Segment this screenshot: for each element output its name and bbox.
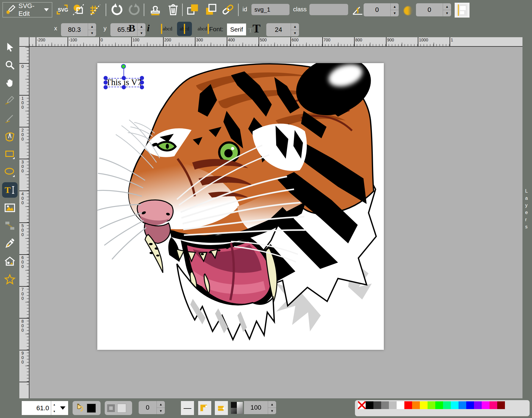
zoom-down-button[interactable]: ▼ (51, 408, 57, 415)
make-link-button[interactable] (221, 2, 235, 17)
selection-handle-se[interactable] (140, 85, 144, 89)
palette-swatch[interactable] (389, 401, 397, 409)
palette-swatch[interactable] (428, 401, 435, 409)
palette-swatch[interactable] (435, 401, 443, 409)
opacity-value[interactable]: 100 (244, 401, 268, 414)
selection-handle-e[interactable] (140, 80, 144, 85)
palette-swatch[interactable] (451, 401, 459, 409)
palette-swatch-none[interactable] (358, 401, 366, 409)
palette-swatch[interactable] (366, 401, 373, 409)
y-up-button[interactable]: ▲ (137, 23, 145, 30)
font-size-up-button[interactable]: ▲ (291, 23, 299, 30)
palette-swatch[interactable] (443, 401, 451, 409)
palette-swatch[interactable] (420, 401, 428, 409)
text-anchor-middle-button[interactable]: abcd (177, 22, 192, 36)
stroke-color-swatch[interactable] (117, 404, 126, 413)
class-input[interactable] (309, 4, 348, 15)
toolbar-separator (182, 4, 183, 16)
zoom-value[interactable]: 61.0 (22, 404, 51, 412)
layers-panel-toggle[interactable]: L a y e r s (522, 37, 532, 398)
zoom-up-button[interactable]: ▲ (51, 401, 57, 408)
fill-color-swatch[interactable] (87, 404, 96, 413)
palette-swatch[interactable] (466, 401, 474, 409)
ellipse-tool-button[interactable] (2, 164, 18, 180)
select-tool-button[interactable] (2, 39, 18, 55)
ruler-label: 7 0 0 (21, 287, 24, 301)
bold-button[interactable]: B (129, 23, 135, 34)
stroke-style-button[interactable]: — (181, 401, 194, 415)
palette-swatch[interactable] (459, 401, 466, 409)
canvas-page[interactable]: This is V7 (97, 63, 384, 350)
editor-preferences-button[interactable] (88, 2, 102, 17)
connector-tool-button[interactable] (2, 218, 18, 233)
pencil-tool-button[interactable] (2, 93, 18, 108)
palette-swatch[interactable] (397, 401, 404, 409)
delete-button[interactable] (166, 2, 180, 17)
blur-up-button[interactable]: ▲ (443, 3, 451, 10)
text-anchor-start-button[interactable]: abcd (160, 22, 175, 36)
rect-tool-button[interactable] (2, 146, 18, 162)
clone-button[interactable] (148, 2, 162, 17)
palette-swatch[interactable] (497, 401, 505, 409)
undo-button[interactable] (109, 2, 124, 17)
opacity-up-button[interactable]: ▲ (268, 401, 276, 408)
palette-swatch[interactable] (381, 401, 389, 409)
source-label: SVG (58, 7, 68, 13)
selection-handle-n[interactable] (122, 76, 126, 80)
selection-handle-sw[interactable] (104, 85, 108, 89)
font-family-button[interactable]: Serif (227, 24, 246, 35)
palette-swatch[interactable] (489, 401, 497, 409)
stroke-width-down-button[interactable]: ▼ (157, 408, 165, 414)
angle-value[interactable]: 0 (364, 3, 390, 16)
move-to-bottom-button[interactable] (204, 2, 218, 17)
path-tool-button[interactable] (2, 129, 18, 144)
rotate-handle[interactable] (121, 64, 126, 69)
image-tool-button[interactable] (2, 200, 18, 216)
blur-value[interactable]: 0 (416, 3, 443, 16)
stroke-width-spinner: 0 ▲▼ (139, 401, 165, 414)
document-properties-button[interactable] (71, 2, 86, 17)
edit-source-button[interactable]: SVG (55, 2, 69, 17)
x-value[interactable]: 80.3 (61, 23, 88, 36)
x-up-button[interactable]: ▲ (88, 23, 96, 30)
redo-button[interactable] (127, 2, 142, 17)
palette-swatch[interactable] (373, 401, 381, 409)
blur-down-button[interactable]: ▼ (443, 10, 451, 17)
move-to-top-button[interactable] (186, 2, 200, 17)
angle-up-button[interactable]: ▲ (391, 3, 399, 10)
linecap-button[interactable] (215, 401, 228, 415)
line-tool-button[interactable] (2, 111, 18, 126)
palette-swatch[interactable] (482, 401, 489, 409)
opacity-down-button[interactable]: ▼ (268, 408, 276, 414)
text-tool-button[interactable]: T (2, 182, 18, 198)
linejoin-button[interactable] (198, 401, 211, 415)
toolbar-separator (238, 4, 239, 16)
app-title: SVG-Edit (18, 2, 40, 18)
pan-tool-button[interactable] (2, 75, 18, 91)
star-tool-button[interactable] (2, 272, 18, 287)
selection-handle-ne[interactable] (140, 76, 144, 80)
x-down-button[interactable]: ▼ (88, 30, 96, 37)
font-size-down-button[interactable]: ▼ (291, 30, 299, 37)
font-size-value[interactable]: 24 (266, 23, 291, 36)
zoom-tool-button[interactable] (2, 57, 18, 73)
angle-down-button[interactable]: ▼ (391, 10, 399, 17)
zoom-dropdown-button[interactable] (57, 406, 68, 410)
id-input[interactable] (251, 4, 290, 15)
align-relative-button[interactable] (455, 3, 470, 18)
palette-swatch[interactable] (474, 401, 482, 409)
selection-handle-s[interactable] (122, 85, 126, 89)
y-down-button[interactable]: ▼ (137, 30, 145, 37)
palette-swatch[interactable] (404, 401, 412, 409)
eyedropper-tool-button[interactable] (2, 236, 18, 251)
text-anchor-end-button[interactable]: abcd (195, 22, 210, 36)
selection-handle-w[interactable] (104, 80, 108, 85)
selection-handle-nw[interactable] (104, 76, 108, 80)
shape-library-tool-button[interactable] (2, 254, 18, 269)
italic-button[interactable]: i (147, 23, 150, 34)
main-menu-button[interactable]: SVG-Edit (2, 2, 52, 18)
palette-swatch[interactable] (412, 401, 420, 409)
stroke-width-value[interactable]: 0 (139, 401, 157, 414)
ruler-label: 100 (132, 38, 139, 42)
stroke-width-up-button[interactable]: ▲ (157, 401, 165, 408)
